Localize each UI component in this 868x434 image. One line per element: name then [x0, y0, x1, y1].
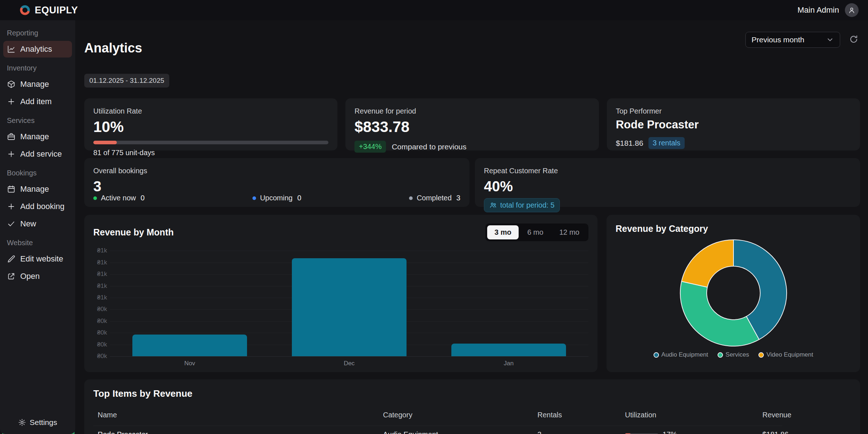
- sidebar-item-settings[interactable]: Settings: [3, 414, 72, 427]
- bookings-legend-upcoming: Upcoming 0: [252, 194, 301, 202]
- y-tick-label: ₴1k: [97, 271, 107, 278]
- x-tick-label: Jan: [429, 360, 588, 367]
- donut-legend-services: Services: [718, 351, 749, 358]
- refresh-button[interactable]: [847, 33, 860, 47]
- bar-slot-jan: [429, 251, 588, 356]
- sidebar-item-add-item[interactable]: Add item: [3, 93, 72, 110]
- topbar-user: Main Admin: [797, 3, 859, 17]
- repeat-rate-value: 40%: [484, 179, 851, 194]
- period-select[interactable]: Previous month: [745, 32, 840, 48]
- repeat-period-badge-text: total for period: 5: [500, 201, 554, 209]
- legend-count: 3: [456, 194, 460, 202]
- donut-chart: [616, 238, 851, 348]
- bar-chart-title: Revenue by Month: [93, 227, 174, 238]
- sidebar-item-manage[interactable]: Manage: [3, 181, 72, 197]
- y-tick-label: ₴0k: [97, 341, 107, 348]
- sidebar-item-edit-website[interactable]: Edit website: [3, 251, 72, 267]
- sidebar-item-label: Analytics: [20, 44, 52, 54]
- brand-name: EQUIPLY: [35, 5, 78, 16]
- legend-label: Services: [726, 351, 749, 358]
- table-row[interactable]: Rode Procaster Audio Equipment 3 17% $18…: [93, 426, 782, 434]
- external-link-icon: [7, 272, 16, 281]
- bar-chart-plot: [110, 251, 588, 356]
- legend-count: 0: [297, 194, 301, 202]
- revenue-value: $833.78: [354, 119, 590, 135]
- revenue-change-badge: +344%: [354, 141, 386, 153]
- table-header-row: NameCategoryRentalsUtilizationRevenue: [93, 409, 782, 426]
- y-tick-label: ₴1k: [97, 259, 107, 266]
- bar-chart-x-axis: NovDecJan: [110, 360, 588, 367]
- bookings-card: Overall bookings 3 Active now 0 Upcoming…: [84, 158, 469, 207]
- column-header-category: Category: [383, 411, 537, 419]
- column-header-revenue: Revenue: [762, 411, 791, 419]
- plus-icon: [7, 202, 16, 211]
- donut-segment-services[interactable]: [680, 281, 759, 346]
- y-tick-label: ₴0k: [97, 306, 107, 313]
- donut-legend-audio-equipment: Audio Equipment: [654, 351, 708, 358]
- sidebar-item-new[interactable]: New: [3, 216, 72, 232]
- sidebar-item-label: Manage: [20, 80, 49, 89]
- sidebar-item-open[interactable]: Open: [3, 268, 72, 285]
- bookings-legend: Active now 0 Upcoming 0 Completed 3: [93, 194, 460, 202]
- main-content: Analytics Previous month 01.12.2025 - 31…: [75, 20, 868, 434]
- utilization-progress: [93, 141, 328, 144]
- legend-dot: [654, 352, 659, 358]
- legend-dot: [758, 352, 764, 358]
- top-items-card: Top Items by Revenue NameCategoryRentals…: [84, 379, 860, 434]
- donut-segment-video-equipment[interactable]: [681, 240, 733, 287]
- bar-dec[interactable]: [292, 258, 407, 357]
- legend-label: Audio Equipment: [661, 351, 708, 358]
- range-tab-3-mo[interactable]: 3 mo: [487, 225, 519, 239]
- bar-nov[interactable]: [132, 335, 247, 356]
- top-performer-name: Rode Procaster: [616, 118, 851, 131]
- repeat-rate-label: Repeat Customer Rate: [484, 167, 851, 175]
- sidebar-item-add-service[interactable]: Add service: [3, 146, 72, 162]
- gear-icon: [18, 418, 26, 426]
- utilization-value: 10%: [93, 119, 328, 135]
- cell-category: Audio Equipment: [383, 430, 537, 434]
- donut-chart-title: Revenue by Category: [616, 224, 851, 234]
- equiply-logo-icon: [19, 4, 31, 16]
- package-icon: [7, 80, 16, 89]
- top-performer-label: Top Performer: [616, 107, 851, 115]
- user-name: Main Admin: [797, 5, 839, 15]
- top-items-table: NameCategoryRentalsUtilizationRevenue Ro…: [93, 409, 851, 434]
- brand: EQUIPLY: [19, 4, 78, 16]
- utilization-card: Utilization Rate 10% 81 of 775 unit-days: [84, 98, 337, 150]
- range-tab-6-mo[interactable]: 6 mo: [520, 225, 550, 239]
- range-tab-group: 3 mo6 mo12 mo: [485, 224, 588, 241]
- sidebar-item-manage[interactable]: Manage: [3, 76, 72, 93]
- sidebar-item-add-booking[interactable]: Add booking: [3, 198, 72, 215]
- revenue-change-note: Compared to previous: [392, 142, 467, 151]
- legend-label: Upcoming: [260, 194, 293, 202]
- app-root: EQUIPLY Main Admin ReportingAnalyticsInv…: [0, 0, 868, 434]
- avatar[interactable]: [845, 3, 859, 17]
- repeat-period-badge: total for period: 5: [484, 198, 560, 212]
- y-tick-label: ₴0k: [97, 318, 107, 325]
- legend-dot: [252, 196, 256, 200]
- y-tick-label: ₴0k: [97, 353, 107, 360]
- briefcase-icon: [7, 132, 16, 141]
- sidebar-item-label: Open: [20, 272, 40, 281]
- plus-icon: [7, 150, 16, 158]
- sidebar-item-analytics[interactable]: Analytics: [3, 41, 72, 58]
- table-title: Top Items by Revenue: [93, 388, 851, 399]
- person-icon: [848, 6, 856, 14]
- bar-jan[interactable]: [451, 344, 566, 356]
- sidebar-section-bookings: Bookings: [3, 165, 72, 180]
- revenue-card: Revenue for period $833.78 +344% Compare…: [345, 98, 599, 150]
- y-tick-label: ₴1k: [97, 247, 107, 254]
- sidebar-item-manage[interactable]: Manage: [3, 128, 72, 145]
- refresh-icon: [849, 34, 859, 44]
- bar-chart-y-axis: ₴1k₴1k₴1k₴1k₴1k₴0k₴0k₴0k₴0k₴0k: [93, 251, 110, 356]
- cell-utilization: 17%: [625, 430, 762, 434]
- revenue-by-category-card: Revenue by Category Audio Equipment Serv…: [607, 215, 860, 372]
- range-tab-12-mo[interactable]: 12 mo: [552, 225, 587, 239]
- legend-label: Active now: [101, 194, 136, 202]
- settings-label: Settings: [30, 418, 57, 427]
- line-chart-icon: [7, 45, 16, 54]
- x-tick-label: Dec: [269, 360, 429, 367]
- column-header-utilization: Utilization: [625, 411, 762, 419]
- bookings-legend-completed: Completed 3: [409, 194, 460, 202]
- cell-name: Rode Procaster: [98, 430, 383, 434]
